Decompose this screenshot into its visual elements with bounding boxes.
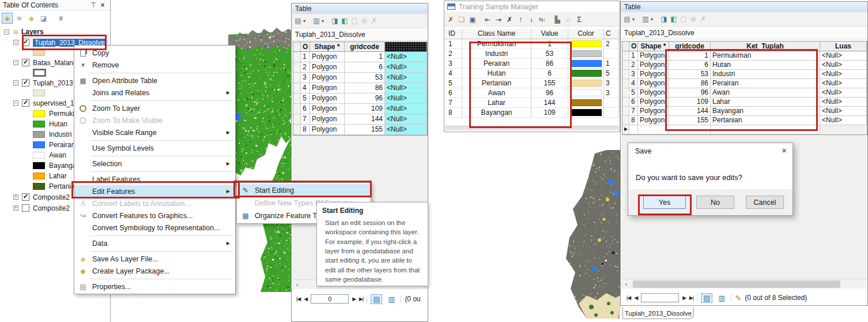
row-selector[interactable] xyxy=(622,61,629,70)
column-header-objectid[interactable]: O xyxy=(301,42,310,52)
menu-item-edit-features[interactable]: Edit Features ▶ xyxy=(74,185,235,197)
scrollbar-thumb[interactable] xyxy=(633,280,840,288)
cell-class-name[interactable]: Pertanian xyxy=(462,78,531,88)
cell-shape[interactable]: Polygon xyxy=(638,107,669,116)
no-button[interactable]: No xyxy=(696,196,734,209)
menu-separator[interactable] xyxy=(90,169,233,172)
map-canvas-landuse-gray[interactable] xyxy=(561,150,622,319)
show-selected-records-icon[interactable]: ▥ xyxy=(716,293,727,303)
tsm-row[interactable]: 8 Bayangan 109 xyxy=(445,108,619,118)
cell-gridcode[interactable]: 109 xyxy=(345,104,385,114)
split-classes-icon[interactable]: ⇥ xyxy=(495,14,503,25)
tsm-row[interactable]: 4 Hutan 6 5 xyxy=(445,69,619,78)
cell-color[interactable] xyxy=(568,69,604,78)
cell-value[interactable]: 155 xyxy=(531,78,568,88)
cell-gridcode[interactable]: 155 xyxy=(345,125,385,135)
cell-objectid[interactable]: 7 xyxy=(629,107,638,116)
record-number-input[interactable]: 0 xyxy=(311,294,349,304)
cell-count[interactable] xyxy=(604,98,619,108)
tsm-row[interactable]: 6 Awan 96 3 xyxy=(445,88,619,98)
row-selector-header[interactable] xyxy=(293,42,301,52)
tree-item-layers-root[interactable]: − ≋ Layers xyxy=(0,27,110,37)
map-canvas-supervised-classification[interactable] xyxy=(228,25,294,292)
cell-gridcode[interactable]: 6 xyxy=(669,61,711,70)
cell-count[interactable] xyxy=(604,108,619,118)
cell-class-name[interactable]: Lahar xyxy=(462,98,531,108)
histogram-icon[interactable]: ▙ xyxy=(553,14,561,25)
cell-selected-column[interactable]: <Null> xyxy=(385,125,427,135)
show-selected-records-icon[interactable]: ▥ xyxy=(386,294,397,304)
cell-luas[interactable]: <Null> xyxy=(820,70,867,79)
menu-item-use-symbol-levels[interactable]: Use Symbol Levels xyxy=(74,142,235,154)
cell-ket-tuplah[interactable]: Industri xyxy=(711,70,820,79)
cell-id[interactable]: 6 xyxy=(445,88,462,98)
cell-class-name[interactable]: Awan xyxy=(462,88,531,98)
row-selector[interactable] xyxy=(293,83,301,93)
cell-gridcode[interactable]: 96 xyxy=(345,93,385,104)
tsm-titlebar[interactable]: Training Sample Manager xyxy=(444,1,620,13)
menu-item-zoom-to-layer[interactable]: Zoom To Layer xyxy=(74,102,235,114)
statistics-icon[interactable]: Σ xyxy=(575,14,583,25)
collapse-icon[interactable]: − xyxy=(13,80,18,85)
move-up-icon[interactable]: ↑ xyxy=(516,14,524,25)
menu-item-convert-symbology-to-representation[interactable]: Convert Symbology to Representation... xyxy=(74,222,235,234)
clear-training-icon[interactable]: ✗ xyxy=(447,14,455,25)
layer-label[interactable]: supervised_1 xyxy=(33,99,74,107)
delete-selected-icon[interactable]: ✗ xyxy=(370,16,378,27)
fill-symbol-swatch[interactable] xyxy=(33,49,45,56)
cell-id[interactable]: 5 xyxy=(445,78,462,88)
cell-ket-tuplah[interactable]: Pertanian xyxy=(711,116,820,125)
switch-selection-icon[interactable]: ◧ xyxy=(670,14,678,25)
menu-item-start-editing[interactable]: ✎ Start Editing xyxy=(237,184,371,197)
cell-ket-tuplah[interactable]: Awan xyxy=(711,88,820,98)
column-header-color[interactable]: Color xyxy=(568,29,604,39)
cell-ket-tuplah[interactable]: Lahar xyxy=(711,98,820,107)
tsm-row[interactable]: 7 Lahar 144 xyxy=(445,98,619,108)
menu-item-data[interactable]: Data ▶ xyxy=(74,237,235,249)
cell-gridcode[interactable]: 144 xyxy=(345,114,385,125)
cell-shape[interactable]: Polygon xyxy=(638,70,669,79)
class-color-swatch[interactable] xyxy=(571,40,602,47)
menu-item-convert-labels-to-annotation[interactable]: A Convert Labels to Annotation... xyxy=(74,197,235,209)
cell-shape[interactable]: Polygon xyxy=(638,88,669,98)
cell-selected-column[interactable]: <Null> xyxy=(385,83,427,93)
show-all-records-icon[interactable]: ▤ xyxy=(371,294,382,304)
hollow-symbol-swatch[interactable] xyxy=(33,69,46,77)
cell-objectid[interactable]: 2 xyxy=(629,61,638,70)
merge-classes-icon[interactable]: ⇤ xyxy=(484,14,492,25)
layer-visibility-checkbox[interactable] xyxy=(22,204,29,212)
cell-gridcode[interactable]: 53 xyxy=(345,73,385,83)
cell-color[interactable] xyxy=(568,108,604,118)
dropdown-arrow-icon[interactable]: ▾ xyxy=(320,16,325,27)
last-record-icon[interactable]: ▶| xyxy=(689,295,693,301)
cell-gridcode[interactable]: 86 xyxy=(669,79,711,88)
dropdown-arrow-icon[interactable]: ▾ xyxy=(302,16,307,27)
list-by-source-icon[interactable]: ≋ xyxy=(14,13,25,24)
row-selector[interactable] xyxy=(622,79,629,88)
close-icon[interactable]: × xyxy=(98,1,107,9)
cell-gridcode[interactable]: 1 xyxy=(345,52,385,62)
menu-item-save-as-layer-file[interactable]: ◆ Save As Layer File... xyxy=(74,253,235,265)
layer-visibility-checkbox[interactable] xyxy=(22,193,29,201)
menu-separator[interactable] xyxy=(90,70,233,73)
cell-shape[interactable]: Polygon xyxy=(310,83,345,93)
layer-label[interactable]: Composite2 xyxy=(33,193,70,201)
cell-selected-column[interactable]: <Null> xyxy=(385,62,427,73)
cell-shape[interactable]: Polygon xyxy=(310,114,345,125)
cell-gridcode[interactable]: 1 xyxy=(669,51,711,61)
cell-shape[interactable]: Polygon xyxy=(638,61,669,70)
zoom-to-selected-icon[interactable]: ⊕ xyxy=(360,16,368,27)
cell-objectid[interactable]: 5 xyxy=(301,93,310,104)
cell-class-name[interactable]: Permukiman xyxy=(462,39,531,49)
next-record-icon[interactable]: ▶ xyxy=(352,296,356,302)
first-record-icon[interactable]: |◀ xyxy=(627,295,631,301)
menu-item-convert-features-to-graphics[interactable]: ↪ Convert Features to Graphics... xyxy=(74,209,235,222)
menu-separator[interactable] xyxy=(90,137,233,141)
cell-empty[interactable] xyxy=(669,125,711,134)
cell-id[interactable]: 7 xyxy=(445,98,462,108)
cell-shape[interactable]: Polygon xyxy=(638,98,669,107)
column-header-shape[interactable]: Shape * xyxy=(310,42,345,52)
fill-symbol-swatch[interactable] xyxy=(33,89,45,96)
menu-item-label-features[interactable]: Label Features xyxy=(74,173,235,185)
cell-gridcode[interactable]: 144 xyxy=(669,107,711,116)
